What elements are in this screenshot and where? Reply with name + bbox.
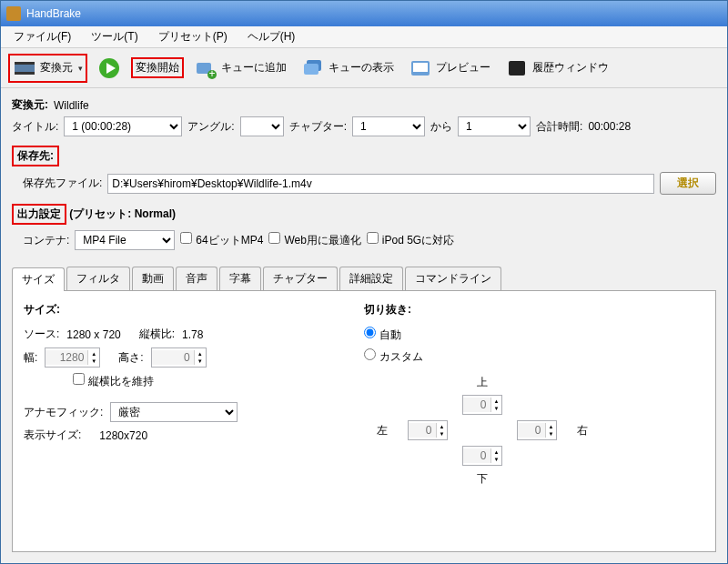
window-title: HandBrake [26,7,81,20]
dest-section: 保存先: 保存先ファイル: 選択 [1,146,727,204]
svg-rect-2 [15,72,35,75]
crop-top-label: 上 [477,375,488,390]
tab-chapters[interactable]: チャプター [263,267,338,290]
source-dims: 1280 x 720 [66,328,120,341]
to-label: から [430,119,452,135]
svg-rect-12 [509,61,525,76]
dest-heading: 保存先: [12,146,59,166]
title-select[interactable]: 1 (00:00:28) [64,116,182,136]
aspect-val: 1.78 [182,328,203,341]
angle-label: アングル: [187,119,234,135]
keep-aspect-cb[interactable]: 縦横比を維持 [73,373,154,389]
crop-right-spinner[interactable]: ▲▼ [517,420,558,440]
output-heading: 出力設定 [12,204,66,225]
svg-rect-9 [304,64,318,75]
aspect-label: 縦横比: [139,327,175,342]
menu-file[interactable]: ファイル(F) [6,27,78,46]
dest-file-label: 保存先ファイル: [23,176,102,191]
source-button-label: 変換元 [40,60,73,76]
preview-label: プレビュー [436,60,490,76]
tab-advanced[interactable]: 詳細設定 [339,267,403,290]
cb-ipod[interactable]: iPod 5Gに対応 [367,232,454,248]
toolbar: 変換元 変換開始 + キューに追加 キューの表示 プレビュー [1,48,727,88]
tab-filters[interactable]: フィルタ [66,267,130,290]
height-spinner[interactable]: ▲▼ [151,347,207,368]
source-heading: 変換元: [12,97,48,113]
crop-auto-radio[interactable]: 自動 [364,327,401,343]
crop-column: 切り抜き: 自動 カスタム 上 ▲▼ 左 ▲▼ ▲▼ 右 ▲▼ 下 [364,302,704,540]
add-queue-icon: + [194,56,217,80]
svg-rect-1 [15,62,35,65]
play-icon [97,56,121,80]
film-icon [13,56,36,80]
start-label: 変換開始 [136,60,179,76]
crop-heading: 切り抜き: [364,302,704,317]
chapter-from-select[interactable]: 1 [352,116,425,136]
source-value: Wildlife [54,99,89,112]
display-size-label: 表示サイズ: [24,428,81,443]
size-heading: サイズ: [24,302,364,317]
height-label: 高さ: [118,350,143,366]
show-queue-label: キューの表示 [329,60,394,76]
start-button[interactable] [93,54,126,83]
output-section: 出力設定 (プリセット: Normal) コンテナ: MP4 File 64ビッ… [1,204,727,259]
tab-cli[interactable]: コマンドライン [405,267,501,290]
dest-path-input[interactable] [107,174,654,194]
queue-icon [301,56,325,80]
cb-web[interactable]: Web用に最適化 [268,232,360,248]
source-dims-label: ソース: [24,327,59,342]
show-queue-button[interactable]: キューの表示 [297,54,399,83]
svg-text:+: + [208,67,215,80]
crop-left-label: 左 [377,423,388,438]
tab-subs[interactable]: 字幕 [219,267,261,290]
tab-bar: サイズ フィルタ 動画 音声 字幕 チャプター 詳細設定 コマンドライン [12,267,716,291]
container-select[interactable]: MP4 File [75,230,175,250]
chapter-label: チャプター: [289,119,347,135]
container-label: コンテナ: [23,233,69,248]
width-label: 幅: [24,350,37,366]
svg-rect-11 [413,63,428,72]
history-button[interactable]: 履歴ウィンドウ [500,54,613,83]
start-label-button[interactable]: 変換開始 [131,57,184,78]
crop-custom-radio[interactable]: カスタム [364,348,423,365]
title-bar: HandBrake [1,1,727,26]
chapter-to-select[interactable]: 1 [458,116,531,136]
browse-button[interactable]: 選択 [660,172,716,195]
tab-audio[interactable]: 音声 [176,267,217,290]
title-label: タイトル: [12,119,58,135]
crop-top-spinner[interactable]: ▲▼ [462,395,503,415]
total-label: 合計時間: [536,119,582,135]
menu-presets[interactable]: プリセット(P) [151,27,235,46]
crop-right-label: 右 [577,423,588,438]
preset-label: (プリセット: Normal) [69,207,176,220]
crop-left-spinner[interactable]: ▲▼ [408,420,449,440]
crop-bottom-label: 下 [477,471,488,487]
display-size-value: 1280x720 [99,429,147,442]
source-button[interactable]: 変換元 [8,54,87,83]
anamorphic-label: アナモフィック: [24,405,103,420]
add-queue-label: キューに追加 [221,60,287,76]
size-column: サイズ: ソース: 1280 x 720 縦横比: 1.78 幅: ▲▼ 高さ:… [24,302,364,540]
tab-video[interactable]: 動画 [132,267,174,290]
anamorphic-select[interactable]: 厳密 [110,402,238,422]
menu-tools[interactable]: ツール(T) [84,27,145,46]
add-queue-button[interactable]: + キューに追加 [189,54,291,83]
source-section: 変換元: Wildlife タイトル: 1 (00:00:28) アングル: チ… [1,88,727,146]
angle-select[interactable] [240,116,284,136]
crop-bottom-spinner[interactable]: ▲▼ [462,446,503,466]
menu-bar: ファイル(F) ツール(T) プリセット(P) ヘルプ(H) [1,26,727,48]
history-icon [505,56,529,80]
width-spinner[interactable]: ▲▼ [45,347,100,368]
preview-button[interactable]: プレビュー [404,54,495,83]
tab-size[interactable]: サイズ [12,267,65,291]
total-value: 00:00:28 [588,120,631,133]
app-icon [6,6,21,21]
cb-64bit[interactable]: 64ビットMP4 [180,232,263,248]
preview-icon [409,56,432,80]
size-panel: サイズ: ソース: 1280 x 720 縦横比: 1.78 幅: ▲▼ 高さ:… [12,291,716,552]
menu-help[interactable]: ヘルプ(H) [240,27,303,46]
history-label: 履歴ウィンドウ [532,60,609,76]
